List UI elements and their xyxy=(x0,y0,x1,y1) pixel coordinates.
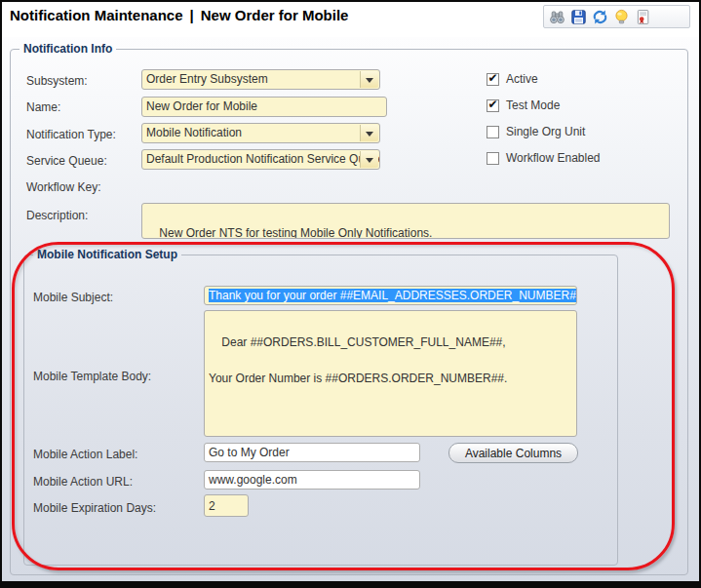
subsystem-dropdown-arrow-icon[interactable] xyxy=(360,71,378,88)
mobile-template-body-label: Mobile Template Body: xyxy=(33,370,151,383)
active-checkbox-row[interactable]: Active xyxy=(487,72,538,86)
description-label: Description: xyxy=(26,209,88,222)
description-value: New Order NTS for testing Mobile Only No… xyxy=(159,226,432,239)
mobile-expiration-days-value: 2 xyxy=(209,499,215,513)
notification-type-value: Mobile Notification xyxy=(146,126,242,139)
test-mode-checkbox-row[interactable]: Test Mode xyxy=(487,98,560,112)
notification-maintenance-window: Notification Maintenance|New Order for M… xyxy=(0,0,701,588)
title-bar: Notification Maintenance|New Order for M… xyxy=(2,2,699,37)
page-title-module: Notification Maintenance xyxy=(10,7,183,23)
single-org-unit-checkbox-label: Single Org Unit xyxy=(506,125,585,138)
name-input[interactable]: New Order for Mobile xyxy=(141,97,387,117)
page-title-record: New Order for Mobile xyxy=(201,7,349,23)
mobile-template-body-value: Dear ##ORDERS.BILL_CUSTOMER_FULL_NAME##,… xyxy=(209,335,507,385)
active-checkbox[interactable] xyxy=(487,73,499,86)
single-org-unit-checkbox[interactable] xyxy=(487,126,499,138)
description-textarea[interactable]: New Order NTS for testing Mobile Only No… xyxy=(141,203,670,239)
workflow-enabled-checkbox[interactable] xyxy=(487,152,499,165)
page-title: Notification Maintenance|New Order for M… xyxy=(10,7,348,23)
name-label: Name: xyxy=(26,100,60,114)
subsystem-label: Subsystem: xyxy=(26,74,88,88)
subsystem-value: Order Entry Subsystem xyxy=(146,72,268,86)
hint-lightbulb-icon[interactable] xyxy=(613,9,630,25)
mobile-action-url-label: Mobile Action URL: xyxy=(33,475,133,489)
service-queue-value: Default Production Notification Service … xyxy=(146,152,380,166)
active-checkbox-label: Active xyxy=(506,72,538,86)
refresh-icon[interactable] xyxy=(592,9,608,25)
mobile-action-label-value: Go to My Order xyxy=(209,446,290,459)
mobile-action-url-input[interactable]: www.google.com xyxy=(204,470,420,490)
toolbar xyxy=(543,5,690,28)
mobile-expiration-days-input[interactable]: 2 xyxy=(204,494,249,517)
notification-type-dropdown[interactable]: Mobile Notification xyxy=(141,123,380,143)
workflow-enabled-checkbox-row[interactable]: Workflow Enabled xyxy=(487,151,601,165)
service-queue-label: Service Queue: xyxy=(26,154,107,168)
page-title-separator: | xyxy=(183,7,201,23)
report-document-icon[interactable] xyxy=(635,9,651,25)
workflow-enabled-checkbox-label: Workflow Enabled xyxy=(506,151,601,165)
notification-info-legend: Notification Info xyxy=(19,42,116,56)
mobile-notification-setup-legend: Mobile Notification Setup xyxy=(33,248,181,261)
service-queue-dropdown[interactable]: Default Production Notification Service … xyxy=(141,149,380,170)
test-mode-checkbox-label: Test Mode xyxy=(506,98,560,112)
workflow-key-label: Workflow Key: xyxy=(26,180,100,194)
subsystem-dropdown[interactable]: Order Entry Subsystem xyxy=(141,69,380,90)
service-queue-dropdown-arrow-icon[interactable] xyxy=(360,151,378,168)
available-columns-button[interactable]: Available Columns xyxy=(448,443,578,463)
test-mode-checkbox[interactable] xyxy=(487,99,499,112)
notification-type-label: Notification Type: xyxy=(26,128,116,141)
name-value: New Order for Mobile xyxy=(146,99,257,113)
save-floppy-icon[interactable] xyxy=(570,9,587,25)
mobile-template-body-textarea[interactable]: Dear ##ORDERS.BILL_CUSTOMER_FULL_NAME##,… xyxy=(204,310,577,437)
mobile-action-url-value: www.google.com xyxy=(209,473,297,487)
mobile-subject-value: Thank you for your order ##EMAIL_ADDRESS… xyxy=(209,289,577,302)
mobile-subject-input[interactable]: Thank you for your order ##EMAIL_ADDRESS… xyxy=(204,286,577,305)
single-org-unit-checkbox-row[interactable]: Single Org Unit xyxy=(487,125,585,138)
mobile-subject-label: Mobile Subject: xyxy=(33,291,113,304)
notification-type-dropdown-arrow-icon[interactable] xyxy=(360,125,378,141)
find-binoculars-icon[interactable] xyxy=(549,9,565,25)
mobile-action-label-label: Mobile Action Label: xyxy=(33,448,137,461)
mobile-expiration-days-label: Mobile Expiration Days: xyxy=(33,501,156,515)
mobile-action-label-input[interactable]: Go to My Order xyxy=(204,443,420,462)
